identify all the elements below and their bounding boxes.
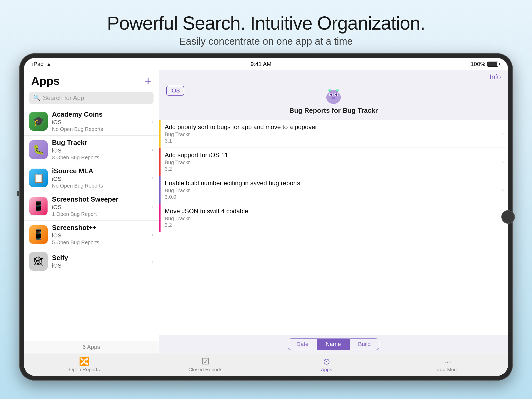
table-row[interactable]: Add priority sort to bugs for app and mo… bbox=[159, 120, 508, 148]
app-platform: iOS bbox=[52, 262, 147, 269]
chevron-right-icon: › bbox=[151, 174, 154, 182]
tab-open-reports[interactable]: 🔀 Open Reports bbox=[24, 353, 145, 376]
more-icon: ··· bbox=[444, 357, 451, 366]
app-icon: 📋 bbox=[29, 169, 48, 187]
app-name: Screenshot Sweeper bbox=[52, 195, 147, 203]
app-mascot bbox=[323, 86, 344, 107]
chevron-right-icon: › bbox=[151, 231, 154, 238]
svg-point-5 bbox=[335, 94, 337, 96]
table-row[interactable]: Move JSON to swift 4 codable Bug Trackr … bbox=[159, 204, 508, 232]
app-platform: iOS bbox=[52, 119, 147, 126]
bug-content: Move JSON to swift 4 codable Bug Trackr … bbox=[161, 204, 502, 232]
svg-point-6 bbox=[331, 97, 336, 99]
headline: Powerful Search. Intuitive Organization. bbox=[107, 12, 425, 34]
list-item[interactable]: 📱 Screenshot++ iOS 5 Open Bug Reports › bbox=[24, 221, 159, 249]
home-button[interactable] bbox=[501, 210, 515, 224]
main-content: Apps + 🔍 Search for App 🎓 Academy Coins … bbox=[24, 70, 508, 353]
status-bar-left: iPad ▲ bbox=[32, 61, 51, 68]
svg-point-9 bbox=[336, 89, 339, 92]
app-reports: 3 Open Bug Reports bbox=[52, 155, 147, 161]
app-name: Academy Coins bbox=[52, 110, 147, 118]
bug-list: Add priority sort to bugs for app and mo… bbox=[159, 120, 508, 335]
info-button[interactable]: Info bbox=[490, 73, 501, 81]
list-item[interactable]: 📱 Screenshot Sweeper iOS 1 Open Bug Repo… bbox=[24, 192, 159, 221]
app-info: Screenshot++ iOS 5 Open Bug Reports bbox=[52, 224, 147, 245]
search-bar[interactable]: 🔍 Search for App bbox=[29, 92, 154, 104]
chevron-right-icon: › bbox=[151, 146, 154, 153]
table-row[interactable]: Add support for iOS 11 Bug Trackr 3.2 › bbox=[159, 148, 508, 176]
status-bar-right: 100% bbox=[471, 61, 500, 68]
left-header: Apps + bbox=[24, 70, 159, 90]
sort-button[interactable]: Build bbox=[349, 338, 379, 350]
search-icon: 🔍 bbox=[33, 95, 40, 101]
sort-button[interactable]: Name bbox=[317, 338, 349, 350]
battery-icon bbox=[487, 62, 500, 67]
list-item[interactable]: 🕸 Selfy iOS › bbox=[24, 249, 159, 274]
device-name: iPad bbox=[32, 61, 44, 68]
app-info: iSource MLA iOS No Open Bug Reports bbox=[52, 167, 147, 189]
side-button bbox=[17, 191, 19, 196]
ipad-screen: iPad ▲ 9:41 AM 100% Apps + 🔍 bbox=[24, 58, 508, 376]
app-icon: 🐛 bbox=[29, 140, 48, 159]
closed-reports-icon: ☑ bbox=[202, 357, 209, 366]
app-list: 🎓 Academy Coins iOS No Open Bug Reports … bbox=[24, 107, 159, 341]
open-reports-icon: 🔀 bbox=[79, 357, 90, 366]
app-info: Academy Coins iOS No Open Bug Reports bbox=[52, 110, 147, 132]
bug-content: Add support for iOS 11 Bug Trackr 3.2 bbox=[161, 148, 502, 176]
table-row[interactable]: Enable build number editing in saved bug… bbox=[159, 176, 508, 204]
bug-app: Bug Trackr bbox=[165, 131, 498, 137]
page-header: Powerful Search. Intuitive Organization.… bbox=[107, 0, 425, 53]
bug-content: Add priority sort to bugs for app and mo… bbox=[161, 120, 502, 148]
add-button[interactable]: + bbox=[145, 75, 151, 87]
app-icon: 🕸 bbox=[29, 252, 48, 271]
sort-button[interactable]: Date bbox=[288, 338, 317, 350]
app-name: Selfy bbox=[52, 254, 147, 262]
app-icon: 🎓 bbox=[29, 112, 48, 131]
list-item[interactable]: 📋 iSource MLA iOS No Open Bug Reports › bbox=[24, 164, 159, 192]
tab-apps[interactable]: ⊙ Apps bbox=[266, 353, 387, 376]
app-reports: 5 Open Bug Reports bbox=[52, 240, 147, 245]
bug-title: Add support for iOS 11 bbox=[165, 151, 498, 159]
app-reports: No Open Bug Reports bbox=[52, 126, 147, 132]
status-bar: iPad ▲ 9:41 AM 100% bbox=[24, 58, 508, 70]
ipad-frame: iPad ▲ 9:41 AM 100% Apps + 🔍 bbox=[19, 53, 513, 381]
bug-content: Enable build number editing in saved bug… bbox=[161, 176, 502, 204]
tab-closed-reports[interactable]: ☑ Closed Reports bbox=[145, 353, 266, 376]
bug-version: 3.2 bbox=[165, 222, 498, 228]
app-platform: iOS bbox=[52, 147, 147, 154]
chevron-right-icon: › bbox=[151, 118, 154, 125]
clock: 9:41 AM bbox=[250, 61, 271, 68]
left-panel: Apps + 🔍 Search for App 🎓 Academy Coins … bbox=[24, 70, 159, 353]
tab-label: Closed Reports bbox=[189, 367, 223, 373]
app-detail-title: Bug Reports for Bug Trackr bbox=[289, 107, 378, 115]
app-detail-header: iOS bbox=[159, 84, 508, 120]
bug-app: Bug Trackr bbox=[165, 216, 498, 222]
tab-bar: 🔀 Open Reports ☑ Closed Reports ⊙ Apps ·… bbox=[24, 353, 508, 376]
list-item[interactable]: 🎓 Academy Coins iOS No Open Bug Reports … bbox=[24, 107, 159, 136]
app-reports: 1 Open Bug Report bbox=[52, 211, 147, 217]
app-reports: No Open Bug Reports bbox=[52, 183, 147, 189]
right-header: Info bbox=[159, 70, 508, 84]
app-platform: iOS bbox=[52, 232, 147, 239]
bug-app: Bug Trackr bbox=[165, 159, 498, 165]
app-name: Screenshot++ bbox=[52, 224, 147, 232]
app-info: Selfy iOS bbox=[52, 254, 147, 269]
search-input[interactable]: Search for App bbox=[43, 94, 84, 102]
subheadline: Easily concentrate on one app at a time bbox=[107, 36, 425, 47]
app-name: Bug Trackr bbox=[52, 139, 147, 147]
tab-more[interactable]: ··· ○○○ More bbox=[387, 353, 508, 376]
tab-label: ○○○ More bbox=[437, 367, 458, 373]
chevron-right-icon: › bbox=[502, 176, 508, 204]
list-item[interactable]: 🐛 Bug Trackr iOS 3 Open Bug Reports › bbox=[24, 136, 159, 164]
svg-point-7 bbox=[328, 89, 331, 92]
sort-bar: DateNameBuild bbox=[159, 335, 508, 353]
tab-label: Open Reports bbox=[69, 367, 100, 373]
app-icon: 📱 bbox=[29, 225, 48, 244]
bug-version: 3.2 bbox=[165, 166, 498, 172]
bug-title: Move JSON to swift 4 codable bbox=[165, 208, 498, 215]
apps-title: Apps bbox=[31, 75, 60, 88]
chevron-right-icon: › bbox=[151, 258, 154, 265]
bug-version: 3.0.0 bbox=[165, 194, 498, 200]
app-info: Screenshot Sweeper iOS 1 Open Bug Report bbox=[52, 195, 147, 217]
app-icon: 📱 bbox=[29, 197, 48, 216]
